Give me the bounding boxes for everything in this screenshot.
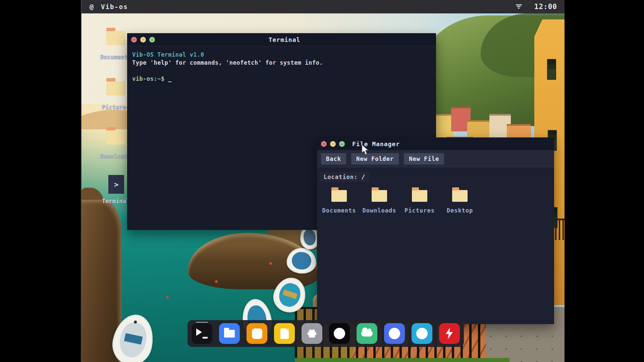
- circle-icon: [334, 328, 345, 339]
- os-title: Vib-os: [101, 3, 128, 10]
- folder-icon: [412, 190, 427, 202]
- desktop-icon-documents[interactable]: [106, 31, 125, 45]
- dock-camera-icon[interactable]: [329, 323, 350, 344]
- terminal-output[interactable]: Vib-OS Terminal v1.0 Type 'help' for com…: [127, 46, 436, 87]
- file-manager-title: File Manager: [352, 140, 400, 147]
- desktop-screen: @ Vib-os 12:00 Documents Pictures Downlo…: [81, 0, 565, 362]
- maximize-icon[interactable]: +: [149, 37, 155, 43]
- terminal-prompt-line: vib-os:~$ _: [132, 75, 431, 83]
- document-icon: [280, 328, 289, 339]
- menu-bar: @ Vib-os 12:00: [82, 0, 565, 13]
- folder-item-desktop[interactable]: Desktop: [440, 187, 480, 214]
- circle-icon: [416, 328, 428, 339]
- minimize-icon[interactable]: −: [330, 141, 336, 147]
- folder-label: Documents: [322, 207, 356, 214]
- dock-cloud-icon[interactable]: [357, 323, 377, 344]
- folder-icon: [331, 190, 347, 202]
- desktop-icon-pictures[interactable]: [106, 81, 125, 96]
- dock-files-icon[interactable]: [219, 323, 240, 344]
- folder-item-documents[interactable]: Documents: [319, 187, 359, 214]
- back-button[interactable]: Back: [321, 153, 346, 165]
- clock: 12:00: [534, 3, 557, 11]
- running-indicator: [196, 322, 208, 323]
- folder-label: Desktop: [447, 207, 473, 214]
- folder-item-pictures[interactable]: Pictures: [399, 187, 440, 214]
- new-file-button[interactable]: New File: [404, 153, 444, 165]
- folder-icon: [452, 190, 468, 202]
- minimize-icon[interactable]: −: [140, 37, 146, 43]
- folder-item-downloads[interactable]: Downloads: [359, 187, 399, 214]
- maximize-icon[interactable]: +: [339, 141, 345, 147]
- square-icon: [252, 328, 262, 339]
- gear-icon: [306, 328, 318, 339]
- terminal-cursor: _: [165, 75, 172, 82]
- dock-settings-icon[interactable]: [302, 323, 322, 344]
- wallpaper-buoy: [269, 262, 272, 265]
- terminal-titlebar[interactable]: × − + Terminal: [127, 33, 436, 46]
- desktop-icon-terminal[interactable]: >: [108, 175, 124, 194]
- location-label: Location:: [324, 174, 358, 180]
- file-manager-window: × − + File Manager Back New Folder New F…: [317, 137, 554, 324]
- folder-icon: [106, 31, 125, 45]
- folder-icon: [106, 81, 125, 96]
- location-path: /: [361, 174, 365, 180]
- lightning-bolt-icon: [444, 328, 454, 339]
- folder-label: Downloads: [362, 207, 396, 214]
- folder-icon: [372, 190, 387, 202]
- terminal-banner-line: Vib-OS Terminal v1.0: [132, 51, 431, 59]
- terminal-prompt: vib-os:~$: [132, 75, 165, 82]
- chevron-right-icon: >: [114, 180, 118, 189]
- desktop-icon-downloads[interactable]: [106, 130, 125, 144]
- wallpaper-buoy: [215, 280, 218, 283]
- close-icon[interactable]: ×: [321, 141, 327, 147]
- dock-editor-icon[interactable]: [274, 323, 295, 344]
- terminal-help-line: Type 'help' for commands, 'neofetch' for…: [132, 59, 431, 67]
- location-bar: Location: /: [320, 172, 369, 182]
- dock-app-cyan-icon[interactable]: [412, 323, 432, 344]
- file-manager-toolbar: Back New Folder New File: [317, 150, 554, 167]
- dock: [187, 320, 464, 347]
- wallpaper-grass: [295, 358, 509, 362]
- new-folder-button[interactable]: New Folder: [351, 153, 399, 165]
- terminal-title: Terminal: [158, 36, 411, 43]
- os-logo-icon: @: [90, 3, 94, 11]
- close-icon[interactable]: ×: [131, 37, 137, 43]
- folder-label: Pictures: [405, 207, 435, 214]
- folder-grid: Documents Downloads Pictures Desktop: [319, 187, 554, 214]
- dock-power-icon[interactable]: [439, 323, 460, 344]
- cloud-icon: [361, 330, 373, 337]
- dock-app-blue-icon[interactable]: [384, 323, 405, 344]
- dock-terminal-icon[interactable]: [192, 323, 212, 344]
- folder-icon: [106, 130, 125, 144]
- prompt-icon: [196, 328, 208, 339]
- circle-icon: [389, 328, 400, 339]
- dock-app-orange-icon[interactable]: [247, 323, 267, 344]
- mouse-cursor: [361, 144, 369, 157]
- wifi-icon: [516, 4, 522, 9]
- file-manager-titlebar[interactable]: × − + File Manager: [317, 137, 554, 150]
- folder-icon: [224, 330, 235, 338]
- wallpaper-buoy: [166, 296, 169, 298]
